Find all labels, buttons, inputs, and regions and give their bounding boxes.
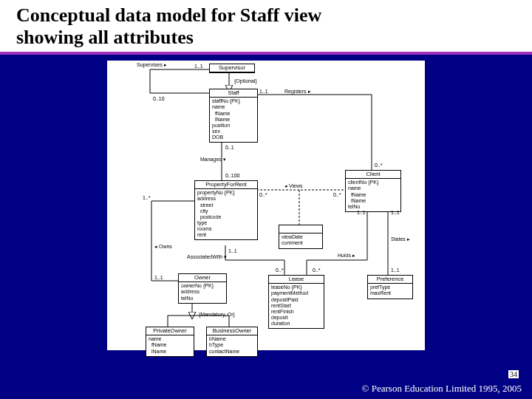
copyright: © Pearson Education Limited 1995, 2005 [362,383,522,395]
entity-viewing: viewDate comment [279,225,323,249]
entity-supervisor: Supervisor [209,64,255,74]
page-number: 34 [508,370,519,378]
entity-client-name: Client [346,171,400,180]
entity-property: PropertyForRent propertyNo {PK} address … [194,180,258,240]
label-mandatory: {Mandatory, Or} [199,312,235,317]
mult-holds-1-1: 1..1 [357,210,366,215]
entity-lease-attrs: leaseNo {PK} paymentMethod depositPaid r… [269,284,324,327]
mult-reg-0-s: 0..* [375,163,383,168]
mult-assoc-1-1: 1..1 [228,248,237,253]
diagram-canvas: Supervisor Staff staffNo {PK} name fName… [107,61,425,350]
label-views: ◂ Views [284,183,303,189]
mult-view-0-s-l: 0..* [259,192,267,197]
mult-man-0-100: 0..100 [225,173,239,178]
entity-business-owner: BusinessOwner bName bType contactName [206,327,258,357]
entity-staff-attrs: staffNo {PK} name fName lName position s… [210,98,257,141]
label-optional: {Optional} [234,78,257,83]
label-registers: Registers ▸ [284,89,311,95]
entity-lease-name: Lease [269,276,324,284]
title-underline [0,52,532,55]
label-holds: Holds ▸ [338,253,355,259]
mult-sup-0-10: 0..10 [153,96,165,101]
entity-private-owner-attrs: name fName lName [146,335,194,355]
entity-client-attrs: clientNo {PK} name fName lName telNo [346,179,400,211]
entity-owner-name: Owner [179,274,226,283]
mult-view-0-s-r: 0..* [333,192,341,197]
title-line-1: Conceptual data model for Staff view [16,4,321,26]
mult-states-1-1: 1..1 [391,210,400,215]
entity-supervisor-name: Supervisor [210,64,254,73]
entity-property-attrs: propertyNo {PK} address street city post… [195,189,257,239]
label-owns: ◂ Owns [154,244,172,250]
mult-assoc-0-s: 0..* [276,267,284,273]
mult-reg-1-1: 1..1 [259,89,268,94]
entity-preference-attrs: prefType maxRent [368,284,412,298]
label-associated: AssociatedWith ▾ [187,254,227,260]
entity-lease: Lease leaseNo {PK} paymentMethod deposit… [268,275,324,329]
label-states: States ▸ [391,236,410,242]
entity-viewing-attrs: viewDate comment [279,233,322,248]
entity-private-owner-name: PrivateOwner [146,327,194,336]
entity-private-owner: PrivateOwner name fName lName [146,327,194,357]
label-manages: Manages ▾ [200,157,226,163]
title-line-2: showing all attributes [16,27,194,48]
entity-business-owner-name: BusinessOwner [207,327,257,336]
label-supervises: Supervises ▸ [137,62,167,68]
mult-man-0-1: 0..1 [225,145,234,150]
mult-own-1-1: 1..1 [154,275,163,280]
entity-staff-name: Staff [210,89,257,98]
mult-states-1-1b: 1..1 [391,267,400,273]
mult-own-1-s: 1..* [143,195,151,200]
mult-sup-1-1: 1..1 [194,64,203,69]
slide-title: Conceptual data model for Staff view sho… [0,0,532,52]
entity-owner-attrs: ownerNo {PK} address telNo [179,282,226,302]
entity-staff: Staff staffNo {PK} name fName lName posi… [209,89,258,143]
entity-property-name: PropertyForRent [195,181,257,190]
entity-owner: Owner ownerNo {PK} address telNo [178,273,227,304]
entity-client: Client clientNo {PK} name fName lName te… [345,170,401,212]
entity-business-owner-attrs: bName bType contactName [207,335,257,355]
mult-holds-0-s: 0..* [313,267,321,273]
entity-viewing-attrs-hdr [279,225,322,233]
entity-preference-name: Preference [368,276,412,284]
entity-preference: Preference prefType maxRent [367,275,413,299]
